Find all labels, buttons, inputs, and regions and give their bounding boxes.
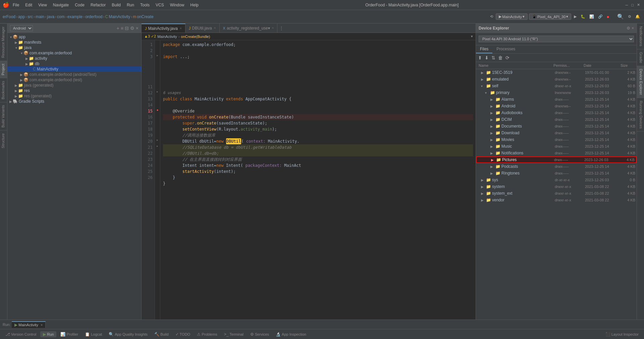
breadcrumb-java[interactable]: java (47, 14, 54, 19)
tree-item-test[interactable]: ▶ 📦 com.example.orderfood (test) (7, 77, 141, 83)
menu-view[interactable]: View (36, 2, 50, 8)
project-icon-gear[interactable]: ⚙ (130, 26, 135, 31)
attach-debugger[interactable]: 🔗 (597, 14, 604, 19)
file-row-android[interactable]: ▶📁Android drwxrws-- 2023-12-25 14 4 KB (476, 103, 637, 109)
maximize-button[interactable]: □ (630, 2, 635, 8)
menu-window[interactable]: Window (167, 2, 187, 8)
file-row-system-ext[interactable]: ▶📁system_ext drwxr-xr-x 2021-03-08 22 4 … (476, 190, 637, 197)
todo-btn[interactable]: ✓ TODO (173, 331, 193, 337)
breakpoint-icon[interactable]: ● (156, 108, 158, 112)
editor-breadcrumb-warnings[interactable]: ▲3 ✓2 (144, 34, 156, 39)
menu-refactor[interactable]: Refactor (88, 2, 108, 8)
tab-dbutil-close[interactable]: × (214, 26, 216, 30)
resource-manager-tab[interactable]: Resource Manager (0, 23, 7, 61)
logcat-btn[interactable]: 📋 Logcat (82, 331, 105, 337)
tree-item-androidtest[interactable]: ▶ 📦 com.example.orderfood (androidTest) (7, 72, 141, 77)
device-delete-btn[interactable]: 🗑 (497, 54, 503, 61)
notifications-side-tab[interactable]: Notifications (637, 23, 644, 49)
file-row-audiobooks[interactable]: ▶📁Audiobooks drwx----- 2023-12-25 14 4 K… (476, 109, 637, 116)
search-everywhere[interactable]: 🔍 (616, 13, 625, 20)
project-view-dropdown[interactable]: Android Project (10, 25, 33, 31)
debug-button[interactable]: 🐛 (579, 14, 587, 19)
profile-button[interactable]: 📊 (588, 14, 595, 19)
tree-item-package[interactable]: ▾ 📦 com.example.orderfood (7, 50, 141, 56)
fold-icon-21[interactable]: ▸ (157, 144, 158, 148)
file-row-ringtones[interactable]: ▶📁Ringtones drwx----- 2023-12-25 14 4 KB (476, 170, 637, 177)
breadcrumb-oncreate[interactable]: onCreate (137, 14, 153, 19)
file-row-documents[interactable]: ▶📁Documents drwx----- 2023-12-25 14 4 KB (476, 123, 637, 130)
run-btn[interactable]: ▶ Run (40, 331, 56, 337)
tab-activity-registered[interactable]: X activity_registered_use ▾ × (220, 23, 278, 33)
device-tab-processes[interactable]: Processes (492, 45, 519, 53)
breadcrumb-com[interactable]: com (57, 14, 65, 19)
toolbar-run-config-button[interactable]: ▶ MainActivity ▾ (496, 13, 528, 20)
breadcrumb-app[interactable]: app (18, 14, 25, 19)
notifications-button[interactable]: 🔔 (634, 14, 641, 19)
breadcrumb-main[interactable]: main (36, 14, 44, 19)
file-row-primary[interactable]: ▾📁primary lrwxrwxrw 2023-12-26 03 19 B (476, 89, 637, 96)
project-icon-eq[interactable]: ≡ (121, 26, 123, 31)
device-tab-files[interactable]: Files (476, 45, 492, 53)
menu-edit[interactable]: Edit (22, 2, 35, 8)
breadcrumb-example[interactable]: example (67, 14, 83, 19)
device-upload-btn[interactable]: ⬆ (477, 54, 483, 61)
file-row-alarms[interactable]: ▶📁Alarms drwx----- 2023-12-25 14 4 KB (476, 96, 637, 103)
code-editor[interactable]: package com.example.orderfood; import ..… (160, 40, 476, 320)
editor-breadcrumb-method[interactable]: onCreate(Bundle) (181, 35, 210, 39)
editor-breadcrumb-class[interactable]: MainActivity (157, 35, 177, 39)
fold-icon-3[interactable]: ▸ (157, 54, 158, 57)
file-row-self[interactable]: ▾📁self drwxr-xr-x 2023-12-26 03 60 B (476, 83, 637, 89)
tree-item-app[interactable]: ▾ 📦 app (7, 34, 141, 40)
bookmarks-tab[interactable]: Bookmarks (0, 78, 7, 102)
file-row-system[interactable]: ▶📁system drwxr-xr-x 2021-03-08 22 4 KB (476, 183, 637, 190)
tree-item-activity[interactable]: ▶ 📁 activity (7, 56, 141, 61)
menu-navigate[interactable]: Navigate (50, 2, 71, 8)
tree-item-java-gen[interactable]: ▶ 📁 java (generated) (7, 83, 141, 88)
tab-mainactivity-close[interactable]: × (180, 27, 182, 30)
file-row-podcasts[interactable]: ▶📁Podcasts drwx----- 2023-12-25 14 4 KB (476, 163, 637, 170)
settings-button[interactable]: ⚙ (627, 14, 633, 19)
file-row-notifications[interactable]: ▶📁Notifications drwx----- 2023-12-25 14 … (476, 150, 637, 156)
file-row-vendor[interactable]: ▶📁vendor drwxr-xr-x 2021-03-08 22 4 KB (476, 197, 637, 203)
file-row-15ec[interactable]: ▶📁15EC-3519 drwxrwx-- 1970-01-01 00 2 KB (476, 69, 637, 76)
file-row-sys[interactable]: ▶📁sys dr-xr-xr-x 2023-12-26 03 0 B (476, 177, 637, 183)
menu-build[interactable]: Build (109, 2, 123, 8)
file-row-dcim[interactable]: ▶📁DCIM drwx----- 2023-12-25 14 4 KB (476, 116, 637, 123)
version-control-btn[interactable]: ⎇ Version Control (3, 331, 39, 337)
tab-more-btn[interactable]: ⋮ (277, 26, 285, 31)
device-explorer-close-icon[interactable]: × (632, 26, 634, 31)
device-refresh-btn[interactable]: ⟳ (505, 54, 510, 61)
tab-activity-chevron[interactable]: ▾ (268, 26, 270, 31)
device-dropdown[interactable]: Pixel 4a API 30 Android 11.0 ("R") (479, 36, 634, 42)
device-explorer-gear-icon[interactable]: ⚙ (627, 26, 630, 31)
build-variants-tab[interactable]: Build Variants (0, 102, 7, 130)
device-explorer-side-tab[interactable]: Device Explorer (637, 66, 644, 98)
tree-item-res[interactable]: ▶ 📁 res (7, 88, 141, 93)
minimize-button[interactable]: ─ (624, 2, 630, 8)
menu-vcs[interactable]: VCS (153, 2, 167, 8)
device-download-btn[interactable]: ⬇ (484, 54, 489, 61)
file-row-emulated[interactable]: ▶📁emulated drwxrwx-- 2023-12-26 03 4 KB (476, 76, 637, 83)
problems-btn[interactable]: ⚠ Problems (194, 331, 220, 337)
build-btn[interactable]: 🔨 Build (152, 331, 171, 337)
services-btn[interactable]: ⚙ Services (248, 331, 272, 337)
tree-item-java[interactable]: ▾ 📁 java (7, 45, 141, 50)
project-icon-add[interactable]: + (116, 26, 119, 31)
run-tab-close[interactable]: × (41, 323, 43, 327)
running-devices-side-tab[interactable]: Running Devices (637, 98, 644, 132)
project-icon-close[interactable]: × (136, 26, 139, 31)
file-row-movies[interactable]: ▶📁Movies drwx----- 2023-12-25 14 4 KB (476, 136, 637, 143)
stop-button[interactable]: ■ (605, 14, 610, 19)
tree-item-db[interactable]: ▶ 📁 db (7, 61, 141, 66)
profiler-btn[interactable]: 📊 Profiler (58, 331, 81, 337)
breadcrumb-food[interactable]: erFood (3, 14, 15, 19)
menu-code[interactable]: Code (72, 2, 87, 8)
tab-mainactivity[interactable]: J MainActivity.java × (142, 23, 185, 33)
menu-tools[interactable]: Tools (138, 2, 152, 8)
breadcrumb-orderfood[interactable]: orderfood (85, 14, 102, 19)
menu-file[interactable]: File (10, 2, 22, 8)
build-run-button[interactable]: ▶ (573, 14, 578, 19)
menu-run[interactable]: Run (124, 2, 137, 8)
file-row-music[interactable]: ▶📁Music drwx----- 2023-12-25 14 4 KB (476, 143, 637, 150)
menu-help[interactable]: Help (187, 2, 201, 8)
